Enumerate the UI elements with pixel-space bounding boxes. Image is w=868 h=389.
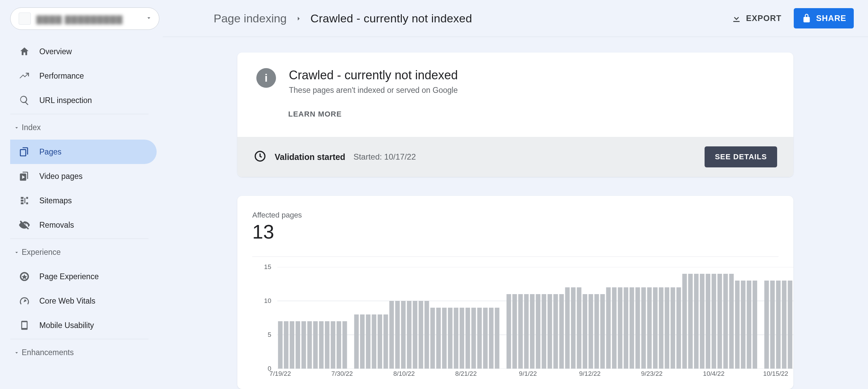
share-button[interactable]: SHARE [794,8,854,28]
breadcrumb: Page indexing Crawled - currently not in… [214,12,472,25]
svg-rect-32 [442,308,447,369]
chevron-down-icon [145,15,152,23]
svg-rect-43 [512,294,517,369]
sidebar-item-url-inspection[interactable]: URL inspection [10,88,157,112]
svg-rect-60 [612,287,616,369]
trending-up-icon [19,70,30,81]
sidebar-item-pages[interactable]: Pages [10,140,157,164]
sidebar-item-core-web-vitals[interactable]: Core Web Vitals [10,289,157,313]
svg-rect-59 [606,287,611,369]
svg-rect-55 [583,294,587,369]
caret-down-icon [14,249,20,255]
svg-rect-61 [618,287,622,369]
svg-rect-12 [319,321,323,369]
svg-rect-23 [389,301,394,369]
svg-rect-18 [360,314,364,369]
sidebar-item-label: Performance [39,71,84,81]
chart-label: Affected pages [252,211,778,220]
sidebar-item-label: URL inspection [39,96,92,105]
caret-down-icon [14,350,20,356]
svg-rect-57 [594,294,599,369]
download-icon [731,13,742,24]
svg-rect-58 [600,294,605,369]
svg-rect-13 [325,321,329,369]
svg-rect-15 [337,321,341,369]
svg-rect-86 [770,281,774,369]
sidebar-group-experience[interactable]: Experience [10,240,163,264]
svg-rect-44 [518,294,522,369]
svg-rect-17 [354,314,359,369]
see-details-button[interactable]: SEE DETAILS [705,146,777,167]
sidebar-item-performance[interactable]: Performance [10,64,157,88]
sidebar-item-label: Removals [39,221,74,230]
svg-rect-27 [413,301,417,369]
speedometer-icon [19,295,30,306]
svg-rect-88 [782,281,786,369]
sidebar-item-label: Overview [39,47,72,56]
learn-more-button[interactable]: LEARN MORE [288,110,793,119]
svg-rect-66 [647,287,652,369]
svg-rect-11 [313,321,318,369]
validation-date: Started: 10/17/22 [353,152,416,162]
svg-rect-71 [676,287,681,369]
svg-rect-14 [331,321,335,369]
svg-rect-67 [653,287,657,369]
chart-plot: 051015 7/19/227/30/228/10/228/21/229/1/2… [257,267,778,379]
svg-rect-84 [753,281,757,369]
svg-rect-8 [296,321,300,369]
sidebar-item-removals[interactable]: Removals [10,213,157,237]
svg-rect-48 [542,294,546,369]
svg-rect-51 [559,294,564,369]
svg-rect-41 [495,308,499,369]
svg-rect-42 [507,294,511,369]
svg-rect-26 [407,301,411,369]
info-subtitle: These pages aren't indexed or served on … [289,86,458,95]
export-button[interactable]: EXPORT [724,8,789,28]
sidebar-group-enhancements[interactable]: Enhancements [10,341,163,365]
sidebar-item-page-experience[interactable]: Page Experience [10,264,157,289]
visibility-off-icon [19,220,30,230]
home-icon [19,46,30,57]
svg-rect-24 [395,301,400,369]
svg-rect-53 [571,287,575,369]
validation-row: Validation started Started: 10/17/22 SEE… [237,137,793,177]
svg-rect-10 [307,321,312,369]
svg-rect-25 [401,301,406,369]
svg-rect-16 [342,321,347,369]
svg-rect-20 [372,314,376,369]
sidebar-item-label: Video pages [39,172,82,181]
svg-rect-63 [630,287,634,369]
svg-rect-62 [624,287,628,369]
info-card: i Crawled - currently not indexed These … [237,53,793,177]
sidebar-group-index[interactable]: Index [10,116,163,140]
svg-rect-6 [284,321,288,369]
lock-icon [801,13,812,24]
svg-rect-28 [419,301,423,369]
phone-icon [19,320,30,331]
svg-rect-29 [425,301,429,369]
svg-rect-78 [717,274,722,369]
svg-rect-75 [700,274,704,369]
property-icon [19,13,31,25]
badge-icon [19,271,30,282]
video-icon [19,171,30,182]
sidebar-item-overview[interactable]: Overview [10,39,157,64]
svg-rect-35 [460,308,464,369]
breadcrumb-page-indexing[interactable]: Page indexing [214,12,287,25]
svg-rect-80 [729,274,734,369]
search-icon [19,95,30,106]
svg-rect-39 [483,308,488,369]
caret-down-icon [14,125,20,131]
svg-rect-7 [290,321,294,369]
property-selector[interactable]: ▓▓▓▓ ▓▓▓▓▓▓▓▓▓ [10,7,159,30]
chart-y-axis: 051015 [257,267,274,369]
sidebar-item-label: Pages [39,147,61,157]
main: Page indexing Crawled - currently not in… [163,0,868,389]
sidebar-item-sitemaps[interactable]: Sitemaps [10,188,157,213]
svg-rect-36 [466,308,470,369]
svg-rect-77 [712,274,716,369]
sidebar-item-mobile-usability[interactable]: Mobile Usability [10,313,157,337]
sidebar: ▓▓▓▓ ▓▓▓▓▓▓▓▓▓ Overview Performance URL … [0,0,163,389]
svg-rect-49 [548,294,552,369]
sidebar-item-video-pages[interactable]: Video pages [10,164,157,188]
